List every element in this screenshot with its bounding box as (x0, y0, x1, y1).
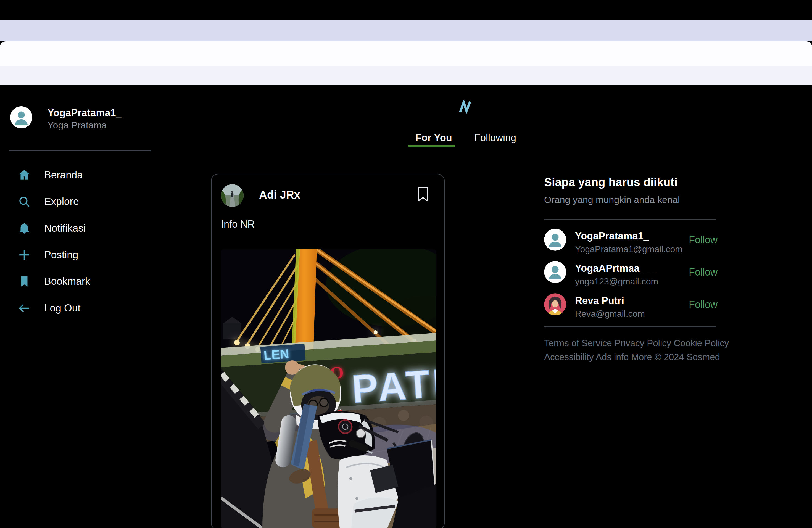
user-email: Reva@gmail.com (575, 309, 645, 319)
sidebar-item-label: Explore (44, 193, 79, 210)
sidebar-item-explore[interactable]: Explore (0, 193, 155, 211)
user-avatar[interactable] (544, 229, 566, 251)
screen: (96) WhatsApp Beranda Nonton Series Open… (0, 0, 812, 528)
user-name[interactable]: YogaPratama1_ (575, 230, 649, 242)
browser-tabstrip: (96) WhatsApp Beranda Nonton Series Open… (0, 20, 812, 41)
suggestions-divider (544, 219, 716, 220)
user-avatar[interactable] (544, 293, 566, 316)
sidebar-username[interactable]: YogaPratama1_ (47, 107, 121, 119)
profile-avatar[interactable] (10, 106, 32, 128)
person-icon (544, 229, 566, 251)
follow-button[interactable]: Follow (689, 266, 717, 278)
sidebar-item-logout[interactable]: Log Out (0, 300, 155, 318)
user-name[interactable]: Reva Putri (575, 295, 624, 307)
search-icon (18, 195, 31, 208)
bell-icon (18, 222, 31, 235)
user-email: YogaPratama1@gmail.com (575, 244, 682, 254)
sidebar-item-notifikasi[interactable]: Notifikasi (0, 220, 155, 238)
app-page: YogaPratama1_ Yoga Pratama Beranda Explo… (0, 85, 812, 528)
suggestions-divider (544, 326, 716, 327)
app-logo-icon (459, 100, 472, 115)
sidebar-item-label: Notifikasi (44, 220, 86, 237)
post-card: Adi JRx Info NR (211, 174, 445, 528)
suggestions-title: Siapa yang harus diikuti (544, 176, 678, 189)
person-icon (10, 106, 32, 128)
tab-following[interactable]: Following (474, 132, 516, 144)
person-icon (544, 261, 566, 283)
bookmarks-bar: View of Prediksi G... K View of Analisis… (0, 66, 812, 85)
sidebar-divider (10, 150, 151, 151)
sidebar-item-beranda[interactable]: Beranda (0, 167, 155, 185)
sidebar-item-label: Posting (44, 247, 78, 263)
user-email: yoga123@gmail.com (575, 276, 658, 287)
suggested-user-row: YogaPratama1_ YogaPratama1@gmail.com Fol… (544, 229, 716, 256)
woman-avatar-icon (544, 293, 566, 316)
user-name[interactable]: YogaAPrtmaa___ (575, 263, 656, 274)
sidebar-item-label: Beranda (44, 167, 83, 184)
tab-for-you[interactable]: For You (416, 132, 452, 144)
footer-links-line1[interactable]: Terms of Service Privacy Policy Cookie P… (544, 338, 726, 349)
sidebar-item-posting[interactable]: Posting (0, 247, 155, 264)
follow-button[interactable]: Follow (689, 299, 717, 310)
window-top-strip (0, 0, 812, 20)
follow-button[interactable]: Follow (689, 234, 717, 246)
neon-sign-main: PATI (350, 361, 436, 411)
neon-sign-left: LEN (263, 347, 289, 363)
browser-toolbar: 127.0.0.1:8000/home Y (0, 41, 812, 66)
post-photo: LEN LO PATI (221, 249, 436, 528)
post-caption: Info NR (221, 218, 255, 230)
user-avatar[interactable] (544, 261, 566, 283)
sidebar-item-bookmark[interactable]: Bookmark (0, 273, 155, 291)
sidebar-item-label: Bookmark (44, 273, 90, 290)
post-bookmark-icon[interactable] (417, 186, 429, 202)
night-bridge-photo: LEN LO PATI (221, 249, 436, 528)
suggestions-subtitle: Orang yang mungkin anda kenal (544, 194, 680, 205)
footer-links-line2[interactable]: Accessibility Ads info More © 2024 Sosme… (544, 352, 726, 362)
home-icon (18, 168, 31, 182)
sidebar-item-label: Log Out (44, 300, 81, 317)
suggested-user-row: YogaAPrtmaa___ yoga123@gmail.com Follow (544, 261, 716, 289)
bookmark-icon (18, 275, 31, 288)
logout-icon (18, 302, 31, 315)
active-tab-underline (408, 145, 455, 147)
suggested-user-row: Reva Putri Reva@gmail.com Follow (544, 293, 716, 321)
plus-icon (18, 248, 31, 262)
sidebar-display-name: Yoga Pratama (47, 120, 106, 131)
post-author-name[interactable]: Adi JRx (259, 189, 300, 201)
post-author-avatar[interactable] (221, 184, 244, 207)
landscape-avatar-photo (221, 184, 244, 207)
